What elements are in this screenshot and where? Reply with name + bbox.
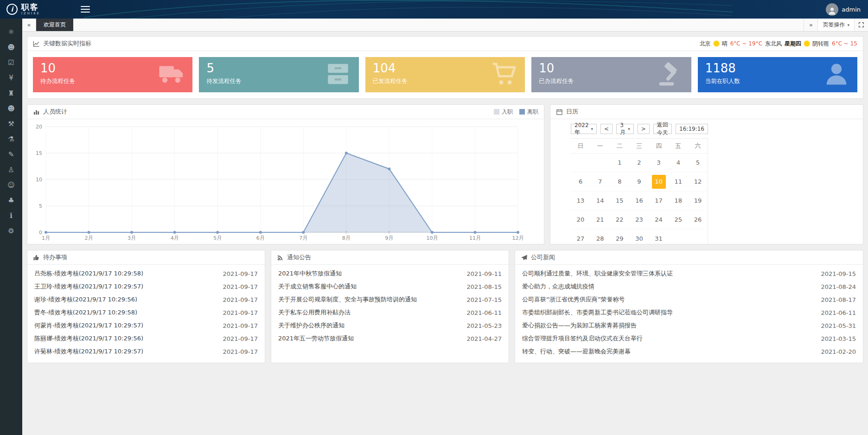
username[interactable]: admin: [842, 6, 861, 13]
recruit-icon[interactable]: ⚗: [0, 131, 22, 147]
calendar-day-24[interactable]: 24: [649, 211, 669, 229]
calendar-day-26[interactable]: 26: [688, 211, 708, 229]
user-avatar[interactable]: [826, 3, 838, 16]
user-icon[interactable]: ☺: [0, 177, 22, 192]
todo-row[interactable]: 陈丽娜-绩效考核(2021/9/17 10:29:56) 2021-09-17: [34, 332, 258, 345]
calendar-day-8[interactable]: 8: [610, 173, 629, 191]
calendar-day-14[interactable]: 14: [590, 192, 610, 210]
organization-icon[interactable]: ♜: [0, 85, 22, 101]
calendar-day-31[interactable]: 31: [649, 230, 669, 244]
calendar-next-button[interactable]: >: [638, 124, 650, 134]
calendar-day-16[interactable]: 16: [629, 192, 649, 210]
todo-row[interactable]: 曹冬-绩效考核(2021/9/17 10:29:58) 2021-09-17: [34, 306, 258, 319]
stat-card-2[interactable]: 104 已发流程任务: [365, 57, 525, 92]
notices-panel: 通知公告 2021年中秋节放假通知 2021-09-11 关于成立销售客服中心的…: [271, 250, 509, 363]
notice-row[interactable]: 关于成立销售客服中心的通知 2021-08-15: [278, 280, 502, 293]
info-icon[interactable]: ℹ: [0, 208, 22, 223]
calendar-day-17[interactable]: 17: [649, 192, 669, 210]
calendar-year-value: 2022年: [574, 122, 589, 136]
calendar-day-empty: [669, 230, 688, 244]
news-row[interactable]: 爱心助力，众志成城抗疫情 2021-08-24: [522, 280, 856, 293]
calendar-year-select[interactable]: 2022年 ▾: [571, 124, 597, 134]
tab-home[interactable]: 欢迎首页: [36, 19, 73, 31]
todo-row[interactable]: 许菊林-绩效考核(2021/9/17 10:29:57) 2021-09-17: [34, 345, 258, 358]
stat-card-3[interactable]: 10 已办流程任务: [531, 57, 691, 92]
calendar-day-2[interactable]: 2: [629, 154, 649, 172]
fullscreen-button[interactable]: [854, 19, 868, 31]
calendar-controls: 2022年 ▾ < 3月 ▾ > 返回今天 16:19:16: [571, 124, 708, 139]
calendar-day-6[interactable]: 6: [571, 173, 590, 191]
notice-row[interactable]: 2021年五一劳动节放假通知 2021-04-27: [278, 332, 502, 345]
tabs-scroll-left-button[interactable]: «: [22, 19, 36, 31]
news-row[interactable]: 转变、行动、突破——迎新晚会完美谢幕 2021-02-20: [522, 345, 856, 358]
approval-icon[interactable]: ☑: [0, 55, 22, 70]
calendar-day-9[interactable]: 9: [629, 173, 649, 191]
legend-item[interactable]: 离职: [519, 108, 538, 116]
notice-row[interactable]: 2021年中秋节放假通知 2021-09-11: [278, 267, 502, 280]
calendar-day-12[interactable]: 12: [688, 173, 708, 191]
calendar-day-28[interactable]: 28: [590, 230, 610, 244]
calendar-today-button[interactable]: 返回今天: [653, 124, 672, 134]
calendar-day-4[interactable]: 4: [669, 154, 688, 172]
svg-text:15: 15: [36, 150, 42, 156]
todo-row[interactable]: 何蒙肖-绩效考核(2021/9/17 10:29:57) 2021-09-17: [34, 319, 258, 332]
tab-operations-dropdown[interactable]: 页签操作 ▾: [817, 19, 854, 31]
calendar-day-10[interactable]: 10: [649, 173, 669, 191]
performance-icon[interactable]: ♙: [0, 162, 22, 177]
notice-row[interactable]: 关于开展公司规章制度、安全与事故预防培训的通知 2021-07-15: [278, 293, 502, 306]
calendar-day-18[interactable]: 18: [669, 192, 688, 210]
calendar-day-19[interactable]: 19: [688, 192, 708, 210]
todo-text: 何蒙肖-绩效考核(2021/9/17 10:29:57): [34, 321, 143, 330]
calendar-day-27[interactable]: 27: [571, 230, 590, 244]
svg-text:12月: 12月: [512, 235, 524, 241]
news-row[interactable]: 公司喜获“浙江省优秀供应商”荣誉称号 2021-08-17: [522, 293, 856, 306]
report-icon[interactable]: ♣: [0, 192, 22, 208]
notice-row[interactable]: 关于私车公用费用补贴办法 2021-06-11: [278, 306, 502, 319]
calendar-day-20[interactable]: 20: [571, 211, 590, 229]
calendar-day-3[interactable]: 3: [649, 154, 669, 172]
calendar-day-15[interactable]: 15: [610, 192, 629, 210]
calendar-day-25[interactable]: 25: [669, 211, 688, 229]
calendar-day-21[interactable]: 21: [590, 211, 610, 229]
indicators-title: 关键数据实时指标: [43, 39, 91, 48]
svg-text:2月: 2月: [85, 235, 93, 241]
news-row[interactable]: 市委组织部副部长、市委两新工委书记莅临公司调研指导 2021-06-11: [522, 306, 856, 319]
user-menu[interactable]: admin: [826, 3, 868, 16]
top-navbar: i 职客 IZHIKE admin: [0, 0, 868, 19]
archives-icon[interactable]: ⚒: [0, 116, 22, 131]
legend-item[interactable]: 入职: [494, 108, 513, 116]
calendar-day-22[interactable]: 22: [610, 211, 629, 229]
todo-date: 2021-09-17: [223, 270, 258, 277]
calendar-day-5[interactable]: 5: [688, 154, 708, 172]
salary-icon[interactable]: ¥: [0, 70, 22, 85]
news-row[interactable]: 综合管理提升项目签约及启动仪式在天台举行 2021-03-15: [522, 332, 856, 345]
todo-row[interactable]: 谢珍-绩效考核(2021/9/17 10:29:56) 2021-09-17: [34, 293, 258, 306]
settings-icon[interactable]: ⚙: [0, 223, 22, 238]
todo-row[interactable]: 吕尧栋-绩效考核(2021/9/17 10:29:58) 2021-09-17: [34, 267, 258, 280]
menu-toggle-button[interactable]: [81, 6, 90, 13]
stat-card-0[interactable]: 10 待办流程任务: [33, 57, 192, 92]
team-icon[interactable]: ☻: [0, 39, 22, 55]
calendar-day-13[interactable]: 13: [571, 192, 590, 210]
calendar-prev-button[interactable]: <: [600, 124, 613, 134]
staff-icon[interactable]: ☻: [0, 101, 22, 116]
calendar-month-select[interactable]: 3月 ▾: [616, 124, 634, 134]
calendar-day-7[interactable]: 7: [590, 173, 610, 191]
news-row[interactable]: 公司顺利通过质量、环境、职业健康安全管理三体系认证 2021-09-15: [522, 267, 856, 280]
stat-card-1[interactable]: 5 待发流程任务: [199, 57, 358, 92]
workflow-icon[interactable]: ⚛: [0, 24, 22, 39]
stat-card-4[interactable]: 1188 当前在职人数: [698, 57, 857, 92]
news-row[interactable]: 爱心捐款公告——为装卸工杨家青募捐报告 2021-05-31: [522, 319, 856, 332]
notice-row[interactable]: 关于维护办公秩序的通知 2021-05-23: [278, 319, 502, 332]
calendar-day-30[interactable]: 30: [629, 230, 649, 244]
calendar-day-23[interactable]: 23: [629, 211, 649, 229]
calendar-day-11[interactable]: 11: [669, 173, 688, 191]
weather-day: 星期四: [785, 40, 801, 48]
calendar-day-29[interactable]: 29: [610, 230, 629, 244]
tabs-scroll-right-button[interactable]: »: [804, 19, 817, 31]
archive-icon: [325, 61, 351, 89]
calendar-day-1[interactable]: 1: [610, 154, 629, 172]
app-logo[interactable]: i 职客 IZHIKE: [0, 0, 70, 19]
todo-row[interactable]: 王卫玲-绩效考核(2021/9/17 10:29:57) 2021-09-17: [34, 280, 258, 293]
training-icon[interactable]: ✎: [0, 147, 22, 162]
